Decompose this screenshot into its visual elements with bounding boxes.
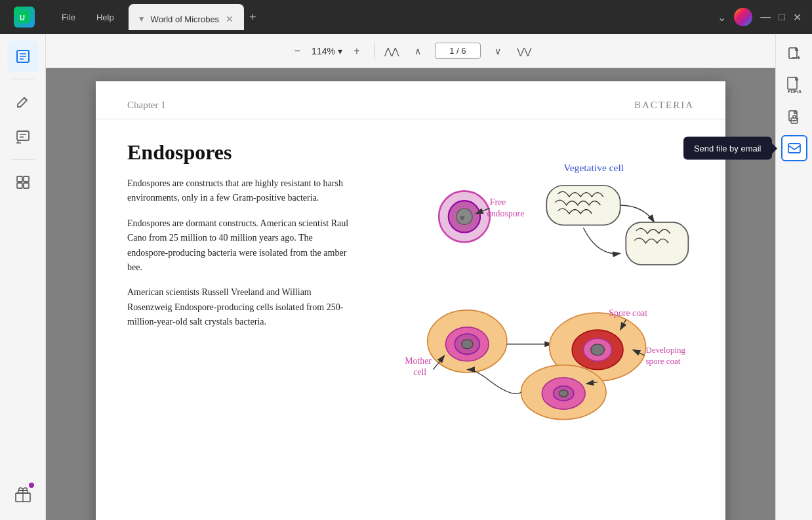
chapter-label: Chapter 1 bbox=[127, 100, 166, 111]
zoom-control: − 114% ▾ + bbox=[288, 42, 366, 60]
send-email-button[interactable] bbox=[781, 135, 807, 161]
svg-text:Mother: Mother bbox=[405, 356, 432, 366]
toolbar: − 114% ▾ + ⋀⋀ ∧ ∨ ⋁⋁ bbox=[46, 34, 775, 68]
avatar[interactable] bbox=[734, 8, 752, 26]
reader-mode-button[interactable] bbox=[7, 41, 39, 72]
svg-text:Developing: Developing bbox=[646, 345, 686, 355]
svg-text:Vegetative cell: Vegetative cell bbox=[563, 162, 624, 173]
paragraph-2: Endospores are dormant constructs. Ameri… bbox=[127, 216, 350, 275]
convert-button[interactable] bbox=[781, 41, 807, 67]
page-input[interactable] bbox=[435, 43, 481, 59]
dropdown-icon[interactable]: ⌄ bbox=[718, 11, 726, 24]
tab-close-button[interactable]: ✕ bbox=[224, 12, 235, 26]
bacteria-label: BACTERIA bbox=[634, 100, 694, 111]
svg-rect-6 bbox=[17, 131, 29, 140]
svg-point-30 bbox=[462, 340, 473, 349]
svg-text:⊛: ⊛ bbox=[460, 214, 465, 221]
svg-rect-10 bbox=[24, 176, 29, 182]
organize-mode-button[interactable] bbox=[7, 167, 39, 198]
pdf-page: Chapter 1 BACTERIA Endospores Endospores… bbox=[96, 81, 725, 520]
svg-text:Free: Free bbox=[490, 197, 506, 207]
nav-bottom-button[interactable]: ⋁⋁ bbox=[515, 42, 533, 60]
updf-logo: U bbox=[0, 0, 52, 34]
gift-notification-dot bbox=[29, 483, 34, 488]
toolbar-separator-1 bbox=[374, 43, 375, 59]
svg-rect-11 bbox=[17, 183, 22, 188]
endospore-diagram: Vegetative cell ⊛ Free endospor bbox=[376, 140, 694, 429]
email-button-container: Send file by email bbox=[781, 135, 807, 161]
svg-text:cell: cell bbox=[413, 367, 426, 377]
svg-text:endospore: endospore bbox=[487, 209, 525, 218]
svg-rect-9 bbox=[17, 176, 22, 182]
active-tab[interactable]: ▼ World of Microbes ✕ bbox=[129, 4, 244, 30]
svg-text:PDF/A: PDF/A bbox=[788, 89, 802, 94]
svg-rect-25 bbox=[546, 186, 620, 226]
svg-rect-12 bbox=[24, 183, 29, 188]
svg-text:Spore coat: Spore coat bbox=[609, 308, 647, 318]
left-sidebar bbox=[0, 34, 46, 520]
svg-point-38 bbox=[591, 344, 605, 355]
nav-prev-button[interactable]: ∧ bbox=[409, 42, 427, 60]
diagram-column: Vegetative cell ⊛ Free endospor bbox=[376, 140, 694, 429]
tab-title: World of Microbes bbox=[151, 14, 220, 24]
maximize-button[interactable]: □ bbox=[779, 11, 785, 23]
zoom-out-button[interactable]: − bbox=[288, 42, 306, 60]
tab-bar: ▼ World of Microbes ✕ + bbox=[129, 4, 718, 30]
new-tab-button[interactable]: + bbox=[249, 10, 256, 24]
svg-point-56 bbox=[793, 120, 794, 121]
edit-mode-button[interactable] bbox=[7, 86, 39, 117]
zoom-value[interactable]: 114% ▾ bbox=[312, 46, 342, 56]
text-column: Endospores Endospores are constructs tha… bbox=[127, 140, 350, 429]
diagram-wrapper: Vegetative cell ⊛ Free endospor bbox=[376, 140, 694, 429]
content-area: − 114% ▾ + ⋀⋀ ∧ ∨ ⋁⋁ Chapter 1 BACTERIA bbox=[46, 34, 775, 520]
titlebar-right-controls: ⌄ — □ ✕ bbox=[718, 8, 812, 26]
nav-next-button[interactable]: ∨ bbox=[489, 42, 507, 60]
sidebar-divider-2 bbox=[11, 159, 35, 160]
paragraph-3: American scientists Russell Vreeland and… bbox=[127, 285, 350, 329]
paragraph-1: Endospores are constructs that are highl… bbox=[127, 176, 350, 206]
pdf-viewer[interactable]: Chapter 1 BACTERIA Endospores Endospores… bbox=[46, 68, 775, 520]
sidebar-divider-1 bbox=[11, 79, 35, 79]
right-sidebar: PDF/A Send file by email bbox=[775, 34, 812, 520]
svg-point-47 bbox=[559, 390, 568, 397]
send-email-tooltip: Send file by email bbox=[683, 137, 772, 160]
help-menu[interactable]: Help bbox=[87, 10, 123, 25]
menu-bar: File Help bbox=[52, 10, 123, 25]
main-layout: − 114% ▾ + ⋀⋀ ∧ ∨ ⋁⋁ Chapter 1 BACTERIA bbox=[0, 34, 812, 520]
svg-text:U: U bbox=[20, 14, 25, 22]
nav-top-button[interactable]: ⋀⋀ bbox=[382, 42, 401, 60]
close-button[interactable]: ✕ bbox=[793, 11, 802, 24]
minimize-button[interactable]: — bbox=[760, 11, 771, 23]
page-content: Endospores Endospores are constructs tha… bbox=[96, 119, 725, 450]
svg-rect-57 bbox=[788, 144, 800, 153]
zoom-in-button[interactable]: + bbox=[348, 42, 366, 60]
protect-button[interactable] bbox=[781, 104, 807, 130]
titlebar: U File Help ▼ World of Microbes ✕ + ⌄ — … bbox=[0, 0, 812, 34]
comment-mode-button[interactable] bbox=[7, 121, 39, 153]
svg-text:spore coat: spore coat bbox=[646, 356, 681, 366]
tab-dropdown-icon: ▼ bbox=[138, 14, 146, 24]
gift-button[interactable] bbox=[14, 485, 32, 506]
pdfa-button[interactable]: PDF/A bbox=[781, 72, 807, 98]
page-header: Chapter 1 BACTERIA bbox=[96, 81, 725, 119]
page-heading: Endospores bbox=[127, 140, 350, 165]
updf-logo-icon: U bbox=[14, 7, 35, 28]
file-menu[interactable]: File bbox=[52, 10, 85, 25]
